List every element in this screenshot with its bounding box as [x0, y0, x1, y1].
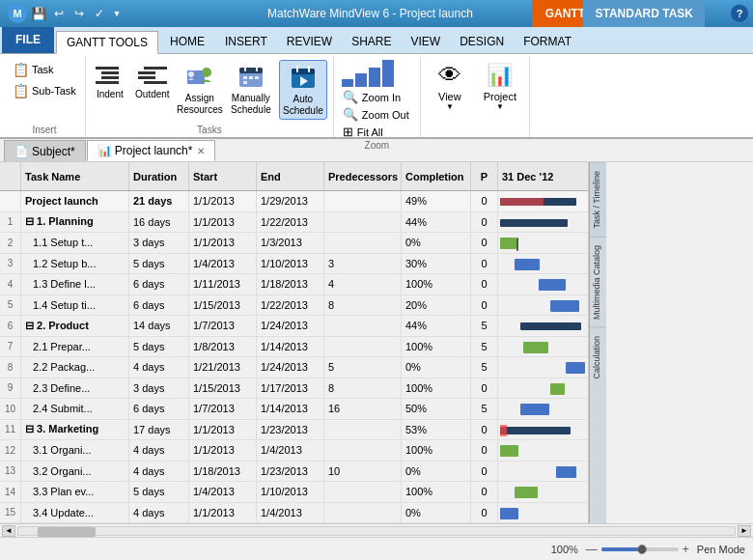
zoom-controls: 🔍 Zoom In 🔍 Zoom Out ⊞ Fit All — [340, 89, 414, 140]
svg-rect-7 — [243, 76, 247, 79]
svg-rect-12 — [292, 69, 315, 74]
zoom-slider-fill — [601, 547, 640, 551]
help-button[interactable]: ? — [730, 4, 749, 23]
table-body: Project launch 21 days 1/1/2013 1/29/201… — [0, 191, 588, 523]
table-row[interactable]: 14 3.3 Plan ev... 5 days 1/4/2013 1/10/2… — [0, 482, 588, 503]
zoom-slider-container[interactable]: — + — [586, 543, 689, 556]
standard-task-context-tab[interactable]: STANDARD TASK — [583, 0, 705, 27]
sidebar-tab-multimedia[interactable]: Multimedia Catalog — [590, 237, 606, 327]
svg-rect-9 — [255, 76, 259, 79]
task-button[interactable]: 📋 Task — [10, 60, 79, 79]
table-row[interactable]: 2 1.1 Setup t... 3 days 1/1/2013 1/3/201… — [0, 233, 588, 254]
assign-resources-button[interactable]: Assign Resources — [177, 60, 223, 118]
view-icon: 👁 — [434, 60, 465, 91]
svg-rect-10 — [243, 81, 247, 84]
svg-rect-8 — [249, 76, 253, 79]
col-end-header: End — [257, 162, 324, 190]
sidebar-tab-task-timeline[interactable]: Task / Timeline — [590, 162, 606, 237]
fit-all-label: Fit All — [357, 126, 383, 138]
file-tab[interactable]: FILE — [2, 26, 54, 53]
auto-schedule-button[interactable]: Auto Schedule — [279, 60, 327, 120]
app-icon: M — [8, 4, 27, 23]
task-icon: 📋 — [13, 62, 29, 77]
table-row[interactable]: 7 2.1 Prepar... 5 days 1/8/2013 1/14/201… — [0, 337, 588, 358]
col-p-header: P — [471, 162, 498, 190]
zoom-out-button[interactable]: 🔍 Zoom Out — [340, 106, 414, 123]
table-row[interactable]: 9 2.3 Define... 3 days 1/15/2013 1/17/20… — [0, 378, 588, 400]
tab-format[interactable]: FORMAT — [514, 30, 581, 53]
tab-gantt-tools[interactable]: GANTT TOOLS — [56, 31, 158, 54]
chart-date-header: 31 Dec '12 — [498, 162, 588, 190]
table-row[interactable]: 6 ⊟ 2. Product 14 days 1/7/2013 1/24/201… — [0, 316, 588, 337]
table-row[interactable]: Project launch 21 days 1/1/2013 1/29/201… — [0, 191, 588, 212]
zoom-slider[interactable] — [601, 547, 679, 551]
assign-resources-label: Assign Resources — [177, 93, 223, 116]
fit-all-icon: ⊞ — [343, 125, 353, 139]
col-taskname-header: Task Name — [21, 162, 129, 190]
redo-icon[interactable]: ↪ — [70, 5, 88, 22]
table-row[interactable]: 15 3.4 Update... 4 days 1/1/2013 1/4/201… — [0, 503, 588, 524]
tab-review[interactable]: REVIEW — [277, 30, 342, 53]
save-icon[interactable]: 💾 — [30, 5, 47, 22]
right-sidebar: Task / Timeline Multimedia Catalog Calcu… — [589, 162, 606, 523]
zoom-plus-button[interactable]: + — [683, 543, 689, 556]
manually-schedule-label: Manually Schedule — [229, 93, 273, 116]
col-num-header — [0, 162, 21, 190]
zoom-slider-thumb[interactable] — [637, 545, 647, 554]
manually-schedule-icon — [236, 62, 266, 93]
table-row[interactable]: 10 2.4 Submit... 6 days 1/7/2013 1/14/20… — [0, 399, 588, 420]
doc-tab-subject[interactable]: 📄 Subject* — [4, 140, 86, 161]
insert-group: 📋 Task 📋 Sub-Task Insert — [4, 56, 86, 137]
svg-point-1 — [202, 68, 211, 77]
doc-tab-subject-label: Subject* — [32, 145, 75, 158]
doc-tab-project-icon: 📊 — [98, 144, 112, 157]
zoom-in-button[interactable]: 🔍 Zoom In — [340, 89, 414, 105]
doc-tab-project-launch[interactable]: 📊 Project launch* ✕ — [87, 140, 216, 161]
subtask-icon: 📋 — [13, 83, 29, 98]
view-button[interactable]: 👁 View ▼ — [429, 60, 471, 137]
scroll-right-button[interactable]: ► — [738, 525, 751, 537]
indent-button[interactable]: Indent — [92, 60, 128, 101]
fit-all-button[interactable]: ⊞ Fit All — [340, 124, 414, 140]
col-start-header: Start — [189, 162, 257, 190]
tab-share[interactable]: SHARE — [342, 30, 401, 53]
table-row[interactable]: 4 1.3 Define l... 6 days 1/11/2013 1/18/… — [0, 274, 588, 295]
scroll-left-button[interactable]: ◄ — [2, 525, 15, 537]
zoom-in-icon: 🔍 — [343, 90, 358, 104]
svg-point-2 — [188, 71, 194, 77]
auto-schedule-label: Auto Schedule — [282, 94, 324, 117]
subtask-button[interactable]: 📋 Sub-Task — [10, 81, 79, 100]
tab-home[interactable]: HOME — [159, 30, 215, 53]
dropdown-arrow[interactable]: ▼ — [111, 5, 123, 22]
scroll-track[interactable] — [17, 526, 736, 536]
table-row[interactable]: 13 3.2 Organi... 4 days 1/18/2013 1/23/2… — [0, 462, 588, 483]
outdent-button[interactable]: Outdent — [132, 60, 173, 101]
zoom-minus-button[interactable]: — — [586, 543, 598, 556]
doc-tab-subject-icon: 📄 — [14, 145, 29, 158]
horizontal-scrollbar[interactable]: ◄ ► — [0, 523, 753, 537]
check-icon[interactable]: ✓ — [91, 5, 108, 22]
doc-tab-close-icon[interactable]: ✕ — [197, 146, 205, 156]
table-row[interactable]: 12 3.1 Organi... 4 days 1/1/2013 1/4/201… — [0, 440, 588, 462]
table-row[interactable]: 3 1.2 Setup b... 5 days 1/4/2013 1/10/20… — [0, 254, 588, 275]
tab-design[interactable]: DESIGN — [450, 30, 514, 53]
auto-schedule-icon — [288, 63, 319, 94]
table-row[interactable]: 1 ⊟ 1. Planning 16 days 1/1/2013 1/22/20… — [0, 212, 588, 234]
window-title: MatchWare MindView 6 - Project launch — [267, 7, 473, 20]
col-pred-header: Predecessors — [324, 162, 402, 190]
zoom-out-icon: 🔍 — [343, 107, 358, 122]
quick-access-toolbar: M 💾 ↩ ↪ ✓ ▼ — [8, 4, 123, 23]
scroll-thumb[interactable] — [38, 527, 96, 537]
table-row[interactable]: 11 ⊟ 3. Marketing 17 days 1/1/2013 1/23/… — [0, 420, 588, 441]
project-dropdown-arrow: ▼ — [496, 102, 504, 111]
manually-schedule-button[interactable]: Manually Schedule — [227, 60, 275, 118]
undo-icon[interactable]: ↩ — [50, 5, 68, 22]
tab-insert[interactable]: INSERT — [215, 30, 277, 53]
table-row[interactable]: 8 2.2 Packag... 4 days 1/21/2013 1/24/20… — [0, 357, 588, 378]
table-row[interactable]: 5 1.4 Setup ti... 6 days 1/15/2013 1/22/… — [0, 295, 588, 317]
project-button[interactable]: 📊 Project ▼ — [479, 60, 521, 137]
zoom-group-label: Zoom — [340, 140, 414, 153]
tab-view[interactable]: VIEW — [402, 30, 451, 53]
sidebar-tab-calculation[interactable]: Calculation — [590, 327, 606, 387]
doc-tab-project-label: Project launch* — [115, 144, 193, 157]
